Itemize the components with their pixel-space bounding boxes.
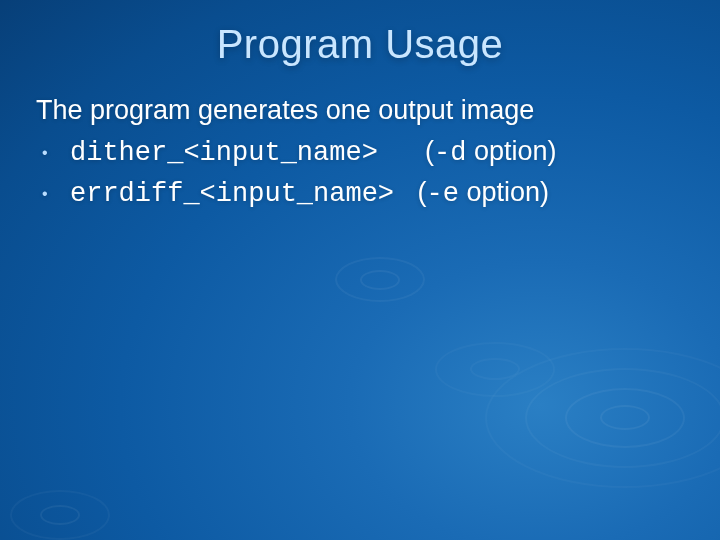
- bullet-list: • dither_<input_name> (-d option) • errd…: [36, 132, 690, 214]
- paren-close: option): [459, 177, 549, 207]
- code-filename: dither_<input_name>: [70, 134, 410, 173]
- code-flag: -d: [434, 138, 466, 168]
- list-item-body: dither_<input_name> (-d option): [70, 132, 556, 173]
- slide: Program Usage The program generates one …: [0, 0, 720, 540]
- code-filename: errdiff_<input_name>: [70, 175, 410, 214]
- intro-text: The program generates one output image: [36, 95, 690, 126]
- paren-open: (: [410, 136, 434, 166]
- code-flag: -e: [427, 179, 459, 209]
- slide-title: Program Usage: [0, 0, 720, 95]
- paren-close: option): [466, 136, 556, 166]
- list-item: • dither_<input_name> (-d option): [42, 132, 690, 173]
- paren-open: (: [410, 177, 427, 207]
- list-item-body: errdiff_<input_name> (-e option): [70, 173, 549, 214]
- list-item: • errdiff_<input_name> (-e option): [42, 173, 690, 214]
- slide-content: The program generates one output image •…: [0, 95, 720, 214]
- bullet-icon: •: [42, 182, 70, 205]
- bullet-icon: •: [42, 141, 70, 164]
